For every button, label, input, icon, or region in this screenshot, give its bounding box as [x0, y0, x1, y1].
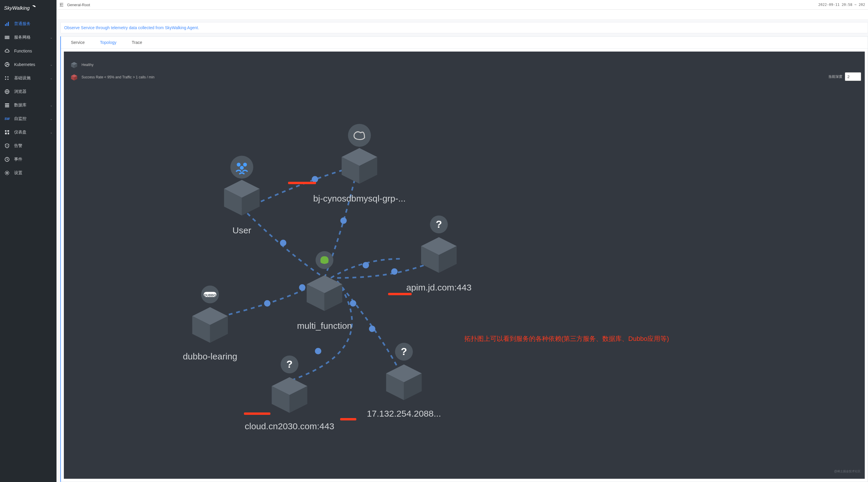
- svg-point-29: [264, 300, 271, 307]
- svg-point-45: [240, 166, 244, 170]
- svg-text:DUBBO: DUBBO: [204, 293, 216, 297]
- svg-point-33: [315, 348, 321, 355]
- tab-service[interactable]: Service: [63, 36, 92, 48]
- svg-rect-13: [5, 106, 9, 107]
- redaction-mark: [388, 293, 412, 295]
- chevron-down-icon: ⌄: [50, 117, 52, 120]
- svg-point-44: [243, 163, 247, 167]
- svg-point-6: [7, 76, 8, 78]
- sidebar-item-7[interactable]: SW自监控⌄: [0, 112, 57, 125]
- toolbar-row: [57, 10, 868, 20]
- svg-point-7: [5, 79, 6, 80]
- main-panel: ServiceTopologyTrace Healthy: [60, 36, 868, 482]
- sidebar-item-0[interactable]: 普通服务: [0, 17, 57, 31]
- svg-point-47: [348, 124, 371, 147]
- sidebar-item-11[interactable]: 设置: [0, 166, 57, 180]
- svg-text:multi_function: multi_function: [297, 321, 352, 331]
- svg-point-8: [7, 79, 8, 80]
- topology-node-2088[interactable]: 17.132.254.2088...: [367, 343, 441, 419]
- svg-text:17.132.254.2088...: 17.132.254.2088...: [367, 409, 441, 418]
- svg-rect-14: [5, 130, 6, 132]
- dots-icon: [4, 75, 10, 81]
- topology-node-dubbo[interactable]: DUBBO dubbo-learing: [183, 285, 237, 361]
- sidebar-item-5[interactable]: 浏览器: [0, 85, 57, 98]
- bar-chart-icon: [4, 21, 10, 27]
- svg-point-43: [237, 163, 241, 167]
- svg-rect-1: [5, 24, 6, 26]
- tab-bar: ServiceTopologyTrace: [61, 36, 868, 49]
- sidebar-item-label: 仪表盘: [14, 130, 27, 135]
- svg-rect-12: [5, 105, 9, 106]
- svg-point-27: [280, 240, 287, 246]
- svg-text:bj-cynosdbmysql-grp-...: bj-cynosdbmysql-grp-...: [313, 194, 405, 203]
- info-banner: Observe Service through telemetry data c…: [60, 22, 868, 33]
- chevron-down-icon: ⌄: [50, 63, 52, 66]
- clock-icon: [4, 157, 10, 162]
- gear-icon: [4, 170, 10, 176]
- breadcrumb: General-Root: [67, 3, 818, 7]
- svg-point-32: [369, 325, 375, 332]
- svg-point-5: [5, 76, 6, 78]
- svg-point-36: [350, 300, 356, 307]
- watermark: @稀土掘金技术社区: [834, 469, 861, 474]
- svg-text:User: User: [232, 225, 251, 235]
- sidebar-item-label: 服务网格: [14, 35, 31, 40]
- sidebar-item-8[interactable]: 仪表盘⌄: [0, 125, 57, 139]
- svg-point-20: [6, 172, 8, 174]
- sidebar-item-10[interactable]: 事件: [0, 152, 57, 166]
- topology-node-mysql[interactable]: bj-cynosdbmysql-grp-...: [313, 124, 405, 203]
- sidebar-item-2[interactable]: Functions: [0, 44, 57, 58]
- tab-trace[interactable]: Trace: [124, 36, 150, 48]
- sidebar-item-label: 自监控: [14, 116, 27, 121]
- sidebar-item-label: 普通服务: [14, 21, 31, 27]
- svg-point-18: [7, 145, 8, 146]
- svg-point-28: [312, 176, 318, 183]
- topology-node-user[interactable]: User: [224, 155, 259, 235]
- topology-node-multi-function[interactable]: multi_function: [297, 251, 352, 331]
- svg-rect-2: [6, 23, 7, 26]
- svg-point-30: [340, 218, 347, 224]
- sidebar-item-label: 浏览器: [14, 89, 27, 94]
- sidebar-item-4[interactable]: 基础设施⌄: [0, 71, 57, 85]
- chevron-down-icon: ⌄: [50, 104, 52, 107]
- svg-point-35: [299, 284, 305, 291]
- sidebar-item-label: 基础设施: [14, 76, 31, 81]
- topology-graph[interactable]: ? User bj-cynosdb: [64, 52, 865, 479]
- sidebar: SkyWalking 普通服务服务网格⌄FunctionsKubernetes⌄…: [0, 0, 57, 482]
- svg-rect-15: [7, 130, 9, 132]
- sidebar-item-1[interactable]: 服务网格⌄: [0, 31, 57, 44]
- pie-icon: [4, 62, 10, 67]
- sidebar-item-label: Kubernetes: [14, 62, 35, 67]
- brand-logo: SkyWalking: [0, 0, 57, 17]
- layers-icon: [4, 34, 10, 40]
- svg-text:cloud.cn2030.com:443: cloud.cn2030.com:443: [245, 421, 334, 431]
- sidebar-item-6[interactable]: 数据库⌄: [0, 98, 57, 112]
- annotation-text: 拓扑图上可以看到服务的各种依赖(第三方服务、数据库、Dubbo应用等): [464, 334, 817, 344]
- main-content: General-Root 2022-09-11 20:58 ~ 202 Obse…: [57, 0, 868, 482]
- redaction-mark: [244, 413, 270, 415]
- tab-topology[interactable]: Topology: [92, 36, 124, 48]
- redaction-mark: [340, 418, 356, 420]
- topology-canvas[interactable]: Healthy Success Rate < 95% and Traffic >…: [64, 52, 865, 479]
- database-icon: [4, 102, 10, 108]
- globe-icon: [4, 89, 10, 94]
- sidebar-item-label: Functions: [14, 49, 32, 53]
- svg-rect-11: [5, 104, 9, 104]
- sidebar-collapse-button[interactable]: [59, 3, 64, 7]
- time-range[interactable]: 2022-09-11 20:58 ~ 202: [818, 3, 865, 7]
- sidebar-item-9[interactable]: 告警: [0, 139, 57, 152]
- topology-node-api443[interactable]: apim.jd.com:443: [406, 216, 472, 292]
- chevron-down-icon: ⌄: [50, 77, 52, 80]
- svg-text:dubbo-learing: dubbo-learing: [183, 351, 237, 361]
- svg-rect-16: [5, 133, 7, 134]
- sidebar-item-label: 设置: [14, 170, 22, 176]
- svg-point-34: [391, 268, 398, 275]
- grid-icon: [4, 129, 10, 135]
- sidebar-item-label: 告警: [14, 143, 22, 148]
- redaction-mark: [288, 182, 316, 184]
- sidebar-item-3[interactable]: Kubernetes⌄: [0, 58, 57, 71]
- sidebar-item-label: 事件: [14, 157, 22, 162]
- svg-rect-3: [8, 22, 9, 26]
- chevron-down-icon: ⌄: [50, 36, 52, 39]
- svg-point-31: [363, 262, 369, 268]
